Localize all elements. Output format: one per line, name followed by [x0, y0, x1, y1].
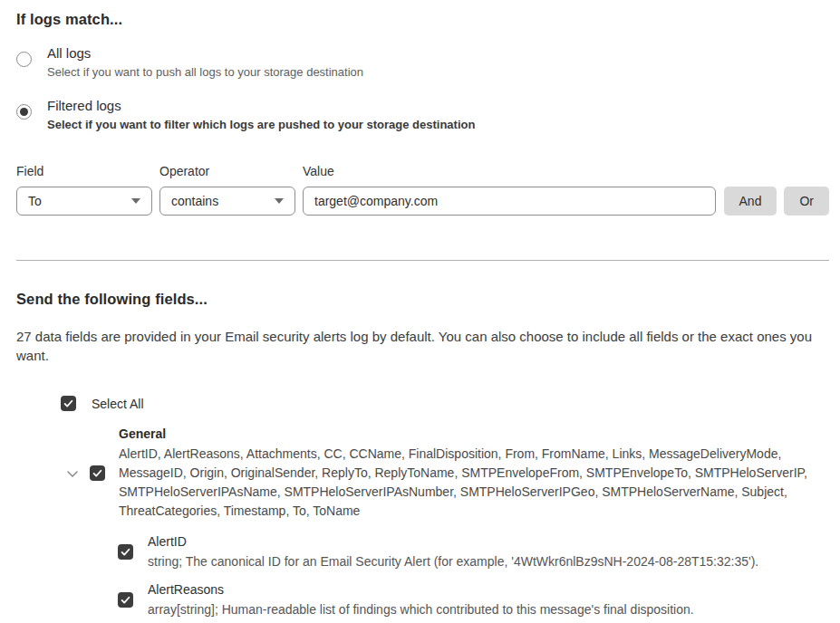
operator-column: Operator contains: [159, 164, 295, 216]
logs-match-heading: If logs match...: [16, 11, 829, 28]
and-button[interactable]: And: [724, 187, 777, 216]
chevron-down-icon: [131, 198, 140, 204]
all-logs-radio[interactable]: [16, 52, 32, 67]
check-icon: [120, 594, 131, 606]
group-fields-summary: AlertID, AlertReasons, Attachments, CC, …: [119, 445, 823, 521]
field-description: string; The canonical ID for an Email Se…: [148, 553, 758, 570]
radio-dot: [20, 108, 28, 116]
select-all-label: Select All: [92, 397, 144, 411]
alertreasons-checkbox[interactable]: [118, 592, 133, 608]
or-button[interactable]: Or: [784, 187, 829, 216]
filtered-logs-label: Filtered logs: [47, 98, 475, 114]
chevron-down-icon[interactable]: [65, 466, 80, 481]
fields-description: 27 data fields are provided in your Emai…: [16, 327, 826, 365]
value-input[interactable]: [303, 187, 716, 216]
check-icon: [92, 467, 103, 479]
field-name: AlertID: [148, 533, 758, 550]
field-group-general: General AlertID, AlertReasons, Attachmen…: [65, 426, 829, 521]
field-select[interactable]: To: [16, 187, 152, 216]
field-description: array[string]; Human-readable list of fi…: [148, 601, 694, 618]
general-group-checkbox[interactable]: [90, 465, 105, 481]
filter-builder-row: Field To Operator contains Value And Or: [16, 164, 829, 216]
field-row-alertreasons: AlertReasons array[string]; Human-readab…: [118, 581, 829, 618]
select-all-checkbox[interactable]: [61, 396, 76, 411]
all-logs-description: Select if you want to push all logs to y…: [47, 65, 363, 80]
fields-heading: Send the following fields...: [16, 291, 829, 308]
group-text: General AlertID, AlertReasons, Attachmen…: [119, 426, 823, 521]
value-label: Value: [303, 164, 716, 179]
all-logs-label: All logs: [47, 45, 363, 62]
fields-section: Send the following fields... 27 data fie…: [16, 291, 829, 618]
radio-option-all-logs[interactable]: All logs Select if you want to push all …: [16, 45, 829, 80]
select-all-row[interactable]: Select All: [61, 396, 829, 411]
alertid-checkbox[interactable]: [118, 544, 133, 560]
value-column: Value: [303, 164, 716, 216]
operator-label: Operator: [159, 164, 295, 179]
logs-match-section: If logs match... All logs Select if you …: [16, 11, 829, 132]
filtered-logs-text: Filtered logs Select if you want to filt…: [47, 98, 475, 132]
group-name: General: [119, 426, 823, 442]
field-row-alertid: AlertID string; The canonical ID for an …: [118, 533, 829, 570]
operator-select-value: contains: [171, 194, 218, 208]
field-text: AlertID string; The canonical ID for an …: [148, 533, 758, 570]
chevron-down-icon: [275, 198, 284, 204]
check-icon: [120, 546, 131, 558]
field-name: AlertReasons: [148, 581, 694, 598]
filtered-logs-description: Select if you want to filter which logs …: [47, 118, 475, 132]
radio-option-filtered-logs[interactable]: Filtered logs Select if you want to filt…: [16, 98, 829, 132]
operator-select[interactable]: contains: [159, 187, 295, 216]
filtered-logs-radio[interactable]: [16, 104, 32, 120]
field-select-value: To: [28, 194, 42, 208]
field-label: Field: [16, 164, 152, 179]
group-controls: [65, 465, 105, 481]
field-column: Field To: [16, 164, 152, 216]
check-icon: [63, 398, 74, 409]
all-logs-text: All logs Select if you want to push all …: [47, 45, 363, 80]
field-text: AlertReasons array[string]; Human-readab…: [148, 581, 694, 618]
section-divider: [16, 260, 829, 261]
logpush-config-page: If logs match... All logs Select if you …: [16, 11, 829, 618]
